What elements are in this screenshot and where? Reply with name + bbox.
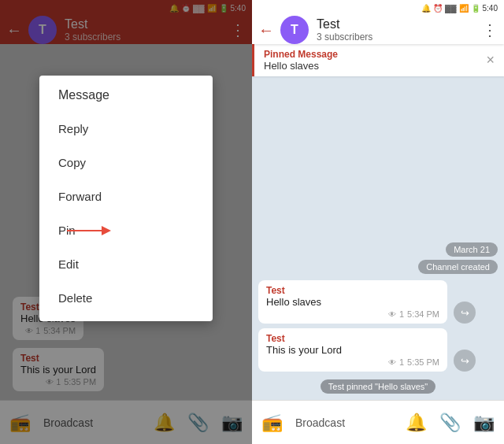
eye-icon-r1: 👁 [388,310,396,319]
context-menu-overlay[interactable]: Message Reply Copy Forward Pin Edit Dele… [0,0,252,444]
signal-icon-r: ▓▓ [445,4,457,13]
context-menu-title: Message [39,82,213,112]
broadcast-icon-right: 📻 [261,413,283,433]
pinned-content: Pinned Message Hello slaves [264,49,338,72]
forward-circle-1[interactable]: ↪ [454,302,476,324]
msg-time-r2: 5:35 PM [407,357,439,367]
view-count-r1: 1 [399,309,404,319]
right-chat-area: Pinned Message Hello slaves × March 21 C… [252,44,504,400]
channel-title-right: Test [317,17,482,31]
context-menu-forward[interactable]: Forward [39,179,213,213]
attach-icon-right[interactable]: 📎 [439,413,461,433]
pinned-text: Hello slaves [264,60,338,72]
bottom-toolbar-right: 📻 Broadcast 🔔 📎 📷 [252,400,504,444]
message-bubble-1-right[interactable]: Test Hello slaves 👁 1 5:34 PM [258,280,447,324]
pinned-message-bar[interactable]: Pinned Message Hello slaves × [252,44,504,76]
battery-icon-r: 🔋 [471,4,480,13]
wifi-icon-r: 📶 [459,4,469,13]
pinned-label: Pinned Message [264,49,338,60]
broadcast-label-right: Broadcast [295,416,393,429]
alarm-icon-r: ⏰ [433,4,443,13]
message-bubble-2-right[interactable]: Test This is your Lord 👁 1 5:35 PM [258,328,447,372]
view-count-r2: 1 [399,357,404,367]
pinned-bar-wrapper: Pinned Message Hello slaves × [252,44,504,76]
msg-sender-r2: Test [266,333,439,344]
msg-time-r1: 5:34 PM [407,309,439,319]
bell-icon-right[interactable]: 🔔 [406,413,427,433]
context-menu-pin[interactable]: Pin [39,213,213,247]
status-bar-right: 🔔 ⏰ ▓▓ 📶 🔋 5:40 [421,4,498,13]
pinned-notification: Test pinned "Hello slaves" [321,379,435,394]
header-info-right: Test 3 subscribers [317,17,482,43]
avatar-right: T [280,16,309,44]
chat-content-right: March 21 Channel created Test Hello slav… [252,76,504,400]
msg-sender-r1: Test [266,285,439,296]
more-button-right[interactable]: ⋮ [482,20,498,39]
context-menu-delete[interactable]: Delete [39,281,213,315]
back-button-right[interactable]: ← [258,21,274,39]
right-header: 🔔 ⏰ ▓▓ 📶 🔋 5:40 ← T Test 3 subscribers ⋮ [252,0,504,44]
context-menu-edit[interactable]: Edit [39,247,213,281]
channel-subtitle-right: 3 subscribers [317,31,482,43]
pinned-close-button[interactable]: × [486,52,495,68]
date-label: March 21 [446,242,498,257]
camera-icon-right[interactable]: 📷 [473,413,495,433]
right-panel: 🔔 ⏰ ▓▓ 📶 🔋 5:40 ← T Test 3 subscribers ⋮ [252,0,504,444]
pin-arrow-indicator [63,223,118,239]
eye-icon-r2: 👁 [388,358,396,367]
left-panel: 🔔 ⏰ ▓▓ 📶 🔋 5:40 ← T Test 3 subscribers ⋮… [0,0,252,444]
message-row-1-right: Test Hello slaves 👁 1 5:34 PM ↪ [258,280,498,324]
forward-circle-2[interactable]: ↪ [454,350,476,372]
notification-icon-r: 🔔 [421,4,431,13]
msg-text-r2: This is your Lord [266,344,439,356]
time-display-right: 5:40 [483,4,498,13]
channel-created-right: Channel created [418,260,498,274]
context-menu-copy[interactable]: Copy [39,146,213,179]
message-row-2-right: Test This is your Lord 👁 1 5:35 PM ↪ [258,328,498,372]
context-menu-reply[interactable]: Reply [39,112,213,146]
msg-text-r1: Hello slaves [266,296,439,308]
context-menu: Message Reply Copy Forward Pin Edit Dele… [39,76,213,321]
